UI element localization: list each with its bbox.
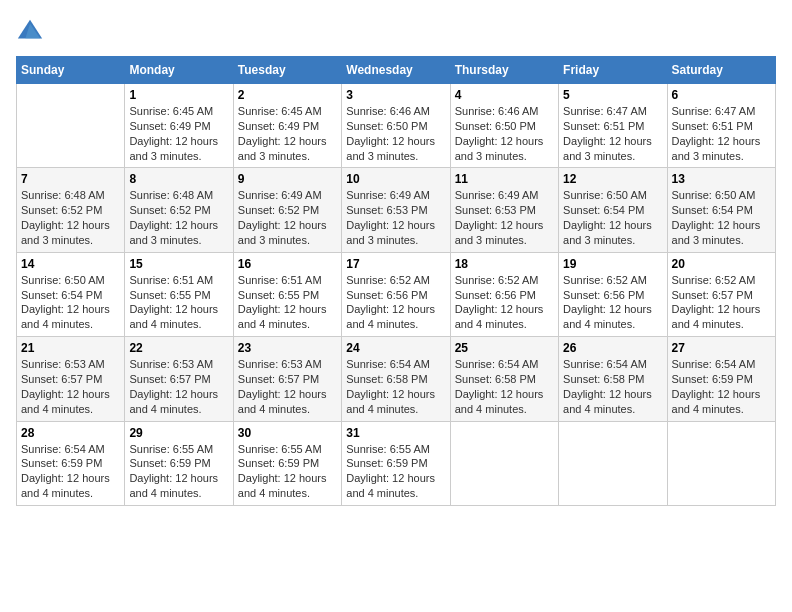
calendar-cell: 29Sunrise: 6:55 AMSunset: 6:59 PMDayligh… xyxy=(125,421,233,505)
day-number: 24 xyxy=(346,341,445,355)
calendar-week-row: 14Sunrise: 6:50 AMSunset: 6:54 PMDayligh… xyxy=(17,252,776,336)
day-number: 21 xyxy=(21,341,120,355)
calendar-cell xyxy=(667,421,775,505)
day-number: 13 xyxy=(672,172,771,186)
cell-info: Sunrise: 6:47 AMSunset: 6:51 PMDaylight:… xyxy=(672,105,761,162)
cell-info: Sunrise: 6:48 AMSunset: 6:52 PMDaylight:… xyxy=(129,189,218,246)
calendar-cell xyxy=(17,84,125,168)
calendar-cell: 9Sunrise: 6:49 AMSunset: 6:52 PMDaylight… xyxy=(233,168,341,252)
calendar-header-row: SundayMondayTuesdayWednesdayThursdayFrid… xyxy=(17,57,776,84)
cell-info: Sunrise: 6:47 AMSunset: 6:51 PMDaylight:… xyxy=(563,105,652,162)
day-number: 12 xyxy=(563,172,662,186)
day-number: 27 xyxy=(672,341,771,355)
day-number: 1 xyxy=(129,88,228,102)
cell-info: Sunrise: 6:46 AMSunset: 6:50 PMDaylight:… xyxy=(455,105,544,162)
calendar-cell: 23Sunrise: 6:53 AMSunset: 6:57 PMDayligh… xyxy=(233,337,341,421)
cell-info: Sunrise: 6:55 AMSunset: 6:59 PMDaylight:… xyxy=(238,443,327,500)
day-number: 4 xyxy=(455,88,554,102)
day-header-friday: Friday xyxy=(559,57,667,84)
day-number: 15 xyxy=(129,257,228,271)
cell-info: Sunrise: 6:45 AMSunset: 6:49 PMDaylight:… xyxy=(129,105,218,162)
cell-info: Sunrise: 6:54 AMSunset: 6:58 PMDaylight:… xyxy=(455,358,544,415)
calendar-week-row: 1Sunrise: 6:45 AMSunset: 6:49 PMDaylight… xyxy=(17,84,776,168)
calendar-week-row: 21Sunrise: 6:53 AMSunset: 6:57 PMDayligh… xyxy=(17,337,776,421)
day-number: 31 xyxy=(346,426,445,440)
calendar-cell: 5Sunrise: 6:47 AMSunset: 6:51 PMDaylight… xyxy=(559,84,667,168)
cell-info: Sunrise: 6:50 AMSunset: 6:54 PMDaylight:… xyxy=(563,189,652,246)
page-header xyxy=(16,16,776,44)
cell-info: Sunrise: 6:52 AMSunset: 6:56 PMDaylight:… xyxy=(346,274,435,331)
day-number: 8 xyxy=(129,172,228,186)
calendar-cell xyxy=(559,421,667,505)
day-number: 3 xyxy=(346,88,445,102)
day-number: 11 xyxy=(455,172,554,186)
cell-info: Sunrise: 6:53 AMSunset: 6:57 PMDaylight:… xyxy=(21,358,110,415)
calendar-cell: 28Sunrise: 6:54 AMSunset: 6:59 PMDayligh… xyxy=(17,421,125,505)
cell-info: Sunrise: 6:54 AMSunset: 6:58 PMDaylight:… xyxy=(346,358,435,415)
cell-info: Sunrise: 6:55 AMSunset: 6:59 PMDaylight:… xyxy=(129,443,218,500)
day-number: 20 xyxy=(672,257,771,271)
cell-info: Sunrise: 6:50 AMSunset: 6:54 PMDaylight:… xyxy=(672,189,761,246)
cell-info: Sunrise: 6:53 AMSunset: 6:57 PMDaylight:… xyxy=(238,358,327,415)
day-number: 14 xyxy=(21,257,120,271)
calendar-cell: 2Sunrise: 6:45 AMSunset: 6:49 PMDaylight… xyxy=(233,84,341,168)
calendar-cell: 18Sunrise: 6:52 AMSunset: 6:56 PMDayligh… xyxy=(450,252,558,336)
calendar-cell: 3Sunrise: 6:46 AMSunset: 6:50 PMDaylight… xyxy=(342,84,450,168)
calendar-cell: 20Sunrise: 6:52 AMSunset: 6:57 PMDayligh… xyxy=(667,252,775,336)
day-number: 18 xyxy=(455,257,554,271)
logo xyxy=(16,16,50,44)
day-number: 2 xyxy=(238,88,337,102)
cell-info: Sunrise: 6:49 AMSunset: 6:53 PMDaylight:… xyxy=(346,189,435,246)
calendar-cell: 19Sunrise: 6:52 AMSunset: 6:56 PMDayligh… xyxy=(559,252,667,336)
day-header-thursday: Thursday xyxy=(450,57,558,84)
calendar-cell: 21Sunrise: 6:53 AMSunset: 6:57 PMDayligh… xyxy=(17,337,125,421)
calendar-cell: 4Sunrise: 6:46 AMSunset: 6:50 PMDaylight… xyxy=(450,84,558,168)
calendar-cell: 24Sunrise: 6:54 AMSunset: 6:58 PMDayligh… xyxy=(342,337,450,421)
logo-icon xyxy=(16,16,44,44)
day-number: 9 xyxy=(238,172,337,186)
cell-info: Sunrise: 6:46 AMSunset: 6:50 PMDaylight:… xyxy=(346,105,435,162)
cell-info: Sunrise: 6:55 AMSunset: 6:59 PMDaylight:… xyxy=(346,443,435,500)
day-number: 23 xyxy=(238,341,337,355)
calendar-cell: 12Sunrise: 6:50 AMSunset: 6:54 PMDayligh… xyxy=(559,168,667,252)
day-number: 28 xyxy=(21,426,120,440)
day-number: 16 xyxy=(238,257,337,271)
cell-info: Sunrise: 6:48 AMSunset: 6:52 PMDaylight:… xyxy=(21,189,110,246)
calendar-week-row: 28Sunrise: 6:54 AMSunset: 6:59 PMDayligh… xyxy=(17,421,776,505)
day-header-saturday: Saturday xyxy=(667,57,775,84)
calendar-cell: 31Sunrise: 6:55 AMSunset: 6:59 PMDayligh… xyxy=(342,421,450,505)
calendar-cell: 14Sunrise: 6:50 AMSunset: 6:54 PMDayligh… xyxy=(17,252,125,336)
calendar-cell: 30Sunrise: 6:55 AMSunset: 6:59 PMDayligh… xyxy=(233,421,341,505)
cell-info: Sunrise: 6:45 AMSunset: 6:49 PMDaylight:… xyxy=(238,105,327,162)
calendar-cell: 10Sunrise: 6:49 AMSunset: 6:53 PMDayligh… xyxy=(342,168,450,252)
calendar-week-row: 7Sunrise: 6:48 AMSunset: 6:52 PMDaylight… xyxy=(17,168,776,252)
day-number: 25 xyxy=(455,341,554,355)
day-number: 5 xyxy=(563,88,662,102)
day-number: 22 xyxy=(129,341,228,355)
day-header-monday: Monday xyxy=(125,57,233,84)
cell-info: Sunrise: 6:54 AMSunset: 6:58 PMDaylight:… xyxy=(563,358,652,415)
calendar-cell: 13Sunrise: 6:50 AMSunset: 6:54 PMDayligh… xyxy=(667,168,775,252)
calendar-cell: 7Sunrise: 6:48 AMSunset: 6:52 PMDaylight… xyxy=(17,168,125,252)
calendar-cell: 22Sunrise: 6:53 AMSunset: 6:57 PMDayligh… xyxy=(125,337,233,421)
calendar-cell: 16Sunrise: 6:51 AMSunset: 6:55 PMDayligh… xyxy=(233,252,341,336)
cell-info: Sunrise: 6:54 AMSunset: 6:59 PMDaylight:… xyxy=(21,443,110,500)
cell-info: Sunrise: 6:52 AMSunset: 6:56 PMDaylight:… xyxy=(563,274,652,331)
calendar-cell: 8Sunrise: 6:48 AMSunset: 6:52 PMDaylight… xyxy=(125,168,233,252)
day-number: 17 xyxy=(346,257,445,271)
cell-info: Sunrise: 6:53 AMSunset: 6:57 PMDaylight:… xyxy=(129,358,218,415)
calendar-cell xyxy=(450,421,558,505)
day-number: 30 xyxy=(238,426,337,440)
day-header-wednesday: Wednesday xyxy=(342,57,450,84)
day-number: 19 xyxy=(563,257,662,271)
day-number: 10 xyxy=(346,172,445,186)
cell-info: Sunrise: 6:51 AMSunset: 6:55 PMDaylight:… xyxy=(238,274,327,331)
calendar-table: SundayMondayTuesdayWednesdayThursdayFrid… xyxy=(16,56,776,506)
cell-info: Sunrise: 6:52 AMSunset: 6:57 PMDaylight:… xyxy=(672,274,761,331)
calendar-cell: 27Sunrise: 6:54 AMSunset: 6:59 PMDayligh… xyxy=(667,337,775,421)
cell-info: Sunrise: 6:50 AMSunset: 6:54 PMDaylight:… xyxy=(21,274,110,331)
cell-info: Sunrise: 6:49 AMSunset: 6:52 PMDaylight:… xyxy=(238,189,327,246)
calendar-cell: 1Sunrise: 6:45 AMSunset: 6:49 PMDaylight… xyxy=(125,84,233,168)
cell-info: Sunrise: 6:49 AMSunset: 6:53 PMDaylight:… xyxy=(455,189,544,246)
day-header-sunday: Sunday xyxy=(17,57,125,84)
